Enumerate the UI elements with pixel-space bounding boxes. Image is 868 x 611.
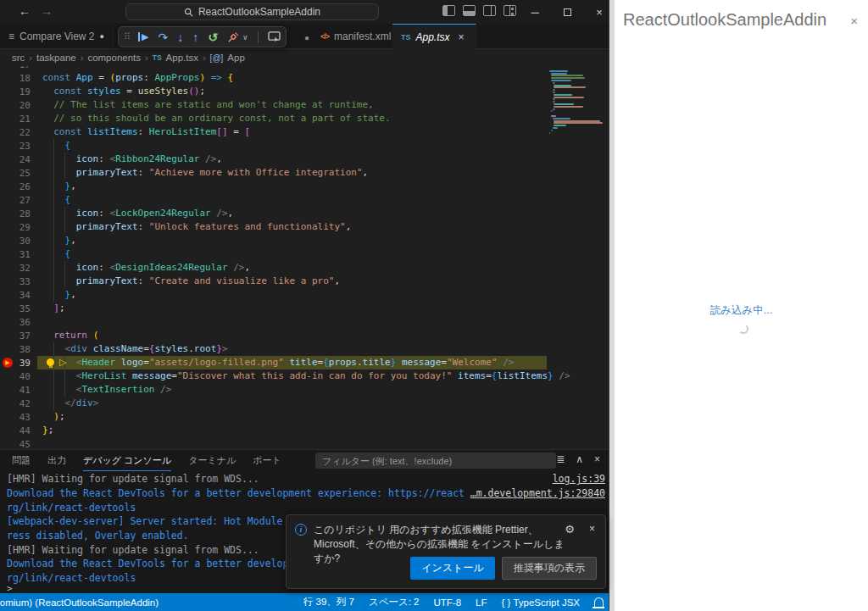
- code-line[interactable]: 40 <HeroList message="Discover what this…: [0, 369, 609, 383]
- tab-app-tsx[interactable]: TS App.tsx ×: [392, 24, 476, 49]
- debug-dropdown-chevron-icon[interactable]: ∨: [242, 33, 248, 42]
- code-line[interactable]: 18const App = (props: AppProps) => {: [0, 71, 609, 85]
- code-line[interactable]: 21 // so this should be an ordinary cons…: [0, 112, 609, 125]
- line-number: 33: [0, 276, 31, 287]
- window-edge[interactable]: [609, 0, 615, 611]
- code-line[interactable]: 31 {: [0, 247, 609, 261]
- source-link[interactable]: …m.development.js:29840: [470, 487, 605, 499]
- code-text: );: [42, 410, 65, 424]
- line-number: 41: [0, 385, 31, 396]
- panel-tabs: 問題出力デバッグ コンソールターミナルポート: [0, 450, 281, 471]
- continue-button[interactable]: ▶: [138, 32, 148, 42]
- indentation-setting[interactable]: スペース: 2: [369, 596, 420, 608]
- code-line[interactable]: 34 },: [0, 288, 609, 302]
- step-into-button[interactable]: ↓: [177, 31, 183, 43]
- panel-tab-ポート[interactable]: ポート: [253, 454, 281, 467]
- close-tab-icon[interactable]: ×: [459, 31, 465, 43]
- breadcrumb-item[interactable]: App.tsx: [166, 53, 198, 63]
- code-line[interactable]: 36: [0, 315, 609, 329]
- code-line[interactable]: 41 <TextInsertion />: [0, 383, 609, 397]
- code-line[interactable]: 19 const styles = useStyles();: [0, 85, 609, 98]
- minimize-button[interactable]: ─: [519, 0, 551, 24]
- step-out-button[interactable]: ↑: [192, 31, 198, 43]
- code-line[interactable]: 43 );: [0, 410, 609, 424]
- back-icon[interactable]: ←: [19, 4, 31, 18]
- eol-setting[interactable]: LF: [476, 597, 487, 608]
- code-line[interactable]: 35 ];: [0, 302, 609, 315]
- breadcrumb-item[interactable]: App: [227, 53, 244, 63]
- code-line[interactable]: 22 const listItems: HeroListItem[] = [: [0, 125, 609, 139]
- code-line[interactable]: 26 },: [0, 180, 609, 193]
- minimap-line: [554, 94, 572, 96]
- step-over-button[interactable]: ↷: [159, 31, 169, 43]
- filter-options-icon[interactable]: ≣: [556, 453, 565, 465]
- panel-tab-ターミナル[interactable]: ターミナル: [188, 454, 236, 467]
- source-link[interactable]: log.js:39: [553, 473, 605, 485]
- code-text: {: [42, 193, 70, 207]
- minimap-line: [551, 110, 554, 112]
- restart-button[interactable]: ↺: [208, 31, 218, 43]
- code-line[interactable]: 23 {: [0, 139, 609, 153]
- line-number: 44: [0, 425, 31, 436]
- code-editor[interactable]: 1718const App = (props: AppProps) => {19…: [0, 66, 609, 449]
- encoding[interactable]: UTF-8: [434, 597, 462, 608]
- line-number: 30: [0, 236, 31, 247]
- forward-icon[interactable]: →: [41, 4, 53, 18]
- code-line[interactable]: 37 return (: [0, 329, 609, 342]
- minimap-line: [554, 97, 584, 98]
- code-line[interactable]: 42 </div>: [0, 397, 609, 410]
- minimap[interactable]: [549, 68, 605, 139]
- panel-tab-出力[interactable]: 出力: [47, 454, 66, 467]
- command-center-search[interactable]: ReactOutlookSampleAddin: [125, 3, 379, 20]
- info-icon: i: [295, 524, 307, 536]
- breadcrumb-item[interactable]: taskpane: [36, 53, 76, 63]
- minimap-line: [554, 125, 566, 126]
- breadcrumb-item[interactable]: components: [87, 53, 141, 63]
- code-line[interactable]: 30 },: [0, 234, 609, 247]
- panel-tab-問題[interactable]: 問題: [12, 454, 31, 467]
- code-line[interactable]: 44};: [0, 424, 609, 437]
- maximize-button[interactable]: [551, 0, 583, 24]
- install-button[interactable]: インストール: [410, 557, 494, 580]
- tab-compare-view[interactable]: ≡ Compare View 2 ●: [0, 24, 114, 49]
- close-notification-icon[interactable]: ×: [589, 523, 595, 535]
- line-number: 32: [0, 263, 31, 274]
- symbol-icon: [@]: [210, 53, 224, 63]
- code-line[interactable]: 45: [0, 437, 609, 449]
- code-line[interactable]: 32 icon: <DesignIdeas24Regular />,: [0, 261, 609, 275]
- customize-layout-icon[interactable]: [504, 5, 516, 16]
- maximize-panel-icon[interactable]: ∧: [576, 453, 583, 465]
- breadcrumb-item[interactable]: src: [12, 53, 25, 63]
- code-line[interactable]: 38 <div className={styles.root}>: [0, 342, 609, 356]
- toggle-secondary-sidebar-icon[interactable]: [483, 5, 496, 16]
- show-recommendations-button[interactable]: 推奨事項の表示: [502, 557, 597, 580]
- cursor-position[interactable]: 行 39、列 7: [303, 596, 354, 608]
- toggle-panel-icon[interactable]: [463, 5, 476, 16]
- breakpoint-current-icon[interactable]: [3, 358, 13, 368]
- code-line[interactable]: 25 primaryText: "Achieve more with Offic…: [0, 166, 609, 180]
- code-line[interactable]: ▷39 <Header logo="assets/logo-filled.png…: [0, 356, 609, 369]
- breadcrumb[interactable]: src›taskpane›components›TSApp.tsx›[@]App: [0, 49, 609, 66]
- close-panel-icon[interactable]: ×: [594, 453, 600, 465]
- code-line[interactable]: 33 primaryText: "Create and visualize li…: [0, 275, 609, 288]
- panel-tab-デバッグ コンソール[interactable]: デバッグ コンソール: [83, 454, 171, 471]
- screencast-icon[interactable]: [268, 31, 281, 42]
- console-filter-input[interactable]: [315, 453, 556, 469]
- gear-icon[interactable]: ⚙: [565, 523, 575, 536]
- close-webview-icon[interactable]: ×: [850, 14, 858, 28]
- debug-session-label[interactable]: romium) (ReactOutlookSampleAddin): [0, 597, 159, 608]
- language-mode[interactable]: { } TypeScript JSX: [502, 597, 580, 608]
- drag-grip-icon[interactable]: ⠿: [124, 31, 129, 42]
- lightbulb-icon[interactable]: [47, 358, 54, 366]
- tab-manifest-xml[interactable]: </> manifest.xml: [312, 24, 400, 49]
- notifications-bell-icon[interactable]: [594, 597, 604, 607]
- code-line[interactable]: 24 icon: <Ribbon24Regular />,: [0, 153, 609, 166]
- code-line[interactable]: 20 // The list items are static and won'…: [0, 98, 609, 112]
- disconnect-button[interactable]: [227, 31, 239, 43]
- code-line[interactable]: 29 primaryText: "Unlock features and fun…: [0, 220, 609, 234]
- toggle-sidebar-icon[interactable]: [442, 5, 455, 16]
- search-icon: [184, 8, 193, 17]
- code-line[interactable]: 28 icon: <LockOpen24Regular />,: [0, 207, 609, 220]
- code-text: <TextInsertion />: [42, 383, 171, 397]
- code-line[interactable]: 27 {: [0, 193, 609, 207]
